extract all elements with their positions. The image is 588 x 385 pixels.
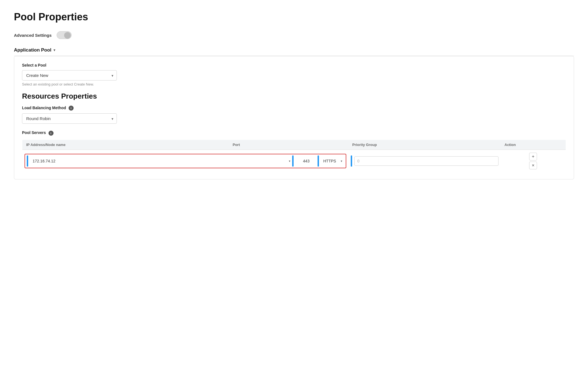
select-pool-label: Select a Pool — [22, 63, 566, 67]
pool-servers-info-icon[interactable]: i — [49, 131, 54, 136]
toggle-knob — [64, 32, 71, 39]
add-row-button[interactable]: + — [529, 153, 537, 160]
ip-blue-bar — [27, 155, 28, 167]
th-priority: Priority Group — [349, 140, 501, 150]
advanced-settings-toggle[interactable] — [57, 31, 72, 39]
th-ip: IP Address/Node name — [22, 140, 229, 150]
protocol-select[interactable]: HTTPS HTTP TCP — [321, 157, 344, 165]
priority-blue-bar — [351, 155, 352, 167]
table-header: IP Address/Node name Port Priority Group… — [22, 140, 566, 150]
action-buttons: + × — [503, 153, 564, 169]
advanced-settings-row: Advanced Settings — [14, 31, 574, 39]
port-blue-bar — [292, 155, 294, 167]
action-cell: + × — [501, 150, 566, 172]
priority-inner — [351, 155, 499, 167]
remove-row-button[interactable]: × — [529, 162, 537, 169]
protocol-blue-bar — [318, 155, 319, 167]
pool-servers-section: Pool Servers i IP Address/Node name Port… — [22, 130, 566, 172]
ip-select[interactable]: 172.16.74.12 — [30, 157, 292, 165]
application-pool-card: Select a Pool Create New Pool 1 Pool 2 ▾… — [14, 56, 574, 179]
advanced-settings-label: Advanced Settings — [14, 33, 52, 38]
protocol-wrapper: HTTPS HTTP TCP ▾ — [321, 157, 344, 165]
pool-servers-table: IP Address/Node name Port Priority Group… — [22, 140, 566, 172]
load-balancing-dropdown[interactable]: Round Robin Least Connection IP Hash — [22, 113, 117, 124]
application-pool-chevron: ▾ — [54, 48, 55, 52]
table-row: 172.16.74.12 ▾ HTTPS — [22, 150, 566, 172]
priority-cell — [349, 150, 501, 172]
application-pool-header[interactable]: Application Pool ▾ — [14, 47, 574, 56]
load-balancing-info-icon[interactable]: i — [69, 106, 74, 111]
ip-port-cell: 172.16.74.12 ▾ HTTPS — [22, 150, 349, 172]
ip-select-wrapper: 172.16.74.12 ▾ — [30, 157, 292, 165]
priority-input[interactable] — [354, 156, 499, 166]
pool-servers-label: Pool Servers i — [22, 130, 566, 135]
load-balancing-label: Load Balancing Method i — [22, 106, 566, 111]
ip-port-box: 172.16.74.12 ▾ HTTPS — [25, 154, 346, 168]
select-pool-dropdown[interactable]: Create New Pool 1 Pool 2 — [22, 70, 117, 81]
th-action: Action — [501, 140, 566, 150]
select-pool-helper: Select an existing pool or select Create… — [22, 82, 566, 86]
application-pool-label: Application Pool — [14, 47, 51, 53]
load-balancing-wrapper: Round Robin Least Connection IP Hash ▾ — [22, 113, 117, 124]
th-port: Port — [229, 140, 349, 150]
resources-properties-title: Resources Properties — [22, 92, 566, 101]
select-pool-wrapper: Create New Pool 1 Pool 2 ▾ — [22, 70, 117, 81]
port-input[interactable] — [295, 157, 318, 165]
page-title: Pool Properties — [14, 11, 574, 23]
